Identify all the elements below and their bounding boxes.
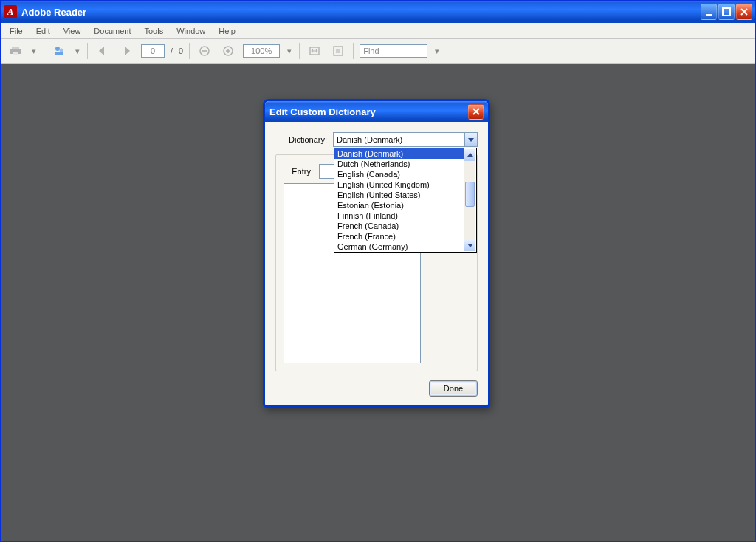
find-input[interactable] [360,44,427,58]
edit-dictionary-dialog: Edit Custom Dictionary Dictionary: Danis… [263,99,490,408]
prev-page-button[interactable] [94,42,111,60]
page-number-input[interactable] [141,44,165,58]
page-separator: / [171,47,173,55]
collab-dropdown[interactable]: ▾ [74,47,81,56]
scrollbar-thumb[interactable] [465,182,475,207]
close-window-button[interactable] [736,4,752,20]
scrollbar-track[interactable] [464,161,475,239]
dialog-close-button[interactable] [468,104,484,120]
fit-page-icon [332,45,344,57]
minimize-button[interactable] [701,4,717,20]
svg-rect-9 [202,50,207,52]
separator [44,43,44,59]
menu-document[interactable]: Document [88,25,137,37]
done-button[interactable]: Done [429,380,478,397]
chevron-down-icon [467,242,473,248]
chevron-down-icon [468,137,474,143]
maximize-icon [722,7,731,16]
separator [189,43,190,59]
chevron-up-icon [467,152,473,158]
svg-rect-4 [13,52,18,55]
arrow-left-icon [97,45,109,57]
page-total: 0 [179,47,183,55]
menu-view[interactable]: View [58,25,87,37]
dialog-title: Edit Custom Dictionary [269,106,376,117]
svg-point-6 [60,49,63,52]
zoom-in-button[interactable] [219,42,237,60]
separator [87,43,88,59]
dialog-titlebar[interactable]: Edit Custom Dictionary [265,101,488,122]
print-dropdown[interactable]: ▾ [30,47,38,56]
combobox-dropdown-button[interactable] [464,133,477,146]
svg-rect-0 [706,14,712,16]
svg-point-5 [55,47,60,51]
maximize-button[interactable] [718,4,735,20]
dictionary-option[interactable]: English (Canada) [334,169,464,179]
entry-label: Entry: [284,167,313,176]
menu-window[interactable]: Window [171,25,211,37]
separator [353,43,354,59]
zoom-input[interactable] [243,44,280,58]
close-icon [740,7,749,16]
separator [299,43,300,59]
people-icon [53,45,65,57]
menubar: FileEditViewDocumentToolsWindowHelp [1,23,755,39]
dictionary-dropdown-list[interactable]: Danish (Denmark)Dutch (Netherlands)Engli… [334,148,477,253]
menu-edit[interactable]: Edit [30,25,56,37]
collab-button[interactable] [50,42,68,60]
svg-rect-12 [227,49,229,53]
plus-circle-icon [222,45,234,57]
dropdown-scrollbar[interactable] [464,149,475,251]
fit-page-button[interactable] [329,42,347,60]
app-title: Adobe Reader [21,7,86,18]
dictionary-option[interactable]: Dutch (Netherlands) [334,159,464,169]
close-icon [472,107,481,116]
print-button[interactable] [7,42,24,60]
dictionary-option[interactable]: French (Canada) [334,221,464,231]
dictionary-combobox[interactable]: Danish (Denmark) Danish (Denmark)Dutch (… [333,132,478,147]
minimize-icon [704,7,713,16]
arrow-right-icon [120,45,132,57]
zoom-dropdown[interactable]: ▾ [286,47,293,56]
dictionary-option[interactable]: Estonian (Estonia) [334,200,464,210]
scroll-up-button[interactable] [464,149,475,161]
dictionary-option[interactable]: English (United Kingdom) [334,179,464,190]
app-window: A Adobe Reader FileEditViewDocumentTools… [0,0,756,542]
app-icon: A [4,5,17,18]
dictionary-label: Dictionary: [275,135,327,144]
dictionary-option[interactable]: German (Germany) [334,241,464,252]
scroll-down-button[interactable] [464,239,475,251]
svg-rect-2 [12,47,19,49]
fit-width-icon [309,45,320,57]
menu-file[interactable]: File [4,25,29,37]
dictionary-selected-value: Danish (Denmark) [337,135,402,144]
toolbar: ▾ ▾ / 0 ▾ ▾ [1,39,755,64]
dictionary-option[interactable]: English (United States) [334,190,464,200]
minus-circle-icon [199,45,210,57]
printer-icon [10,45,21,57]
next-page-button[interactable] [117,42,135,60]
zoom-out-button[interactable] [196,42,213,60]
find-dropdown[interactable]: ▾ [433,47,441,56]
titlebar: A Adobe Reader [1,1,755,23]
fit-width-button[interactable] [306,42,323,60]
svg-rect-15 [336,49,340,53]
svg-rect-7 [55,52,63,55]
svg-rect-1 [723,8,730,16]
dictionary-option[interactable]: French (France) [334,231,464,241]
dictionary-option[interactable]: Finnish (Finland) [334,210,464,221]
dictionary-option[interactable]: Danish (Denmark) [334,148,464,159]
menu-tools[interactable]: Tools [139,25,170,37]
menu-help[interactable]: Help [213,25,241,37]
